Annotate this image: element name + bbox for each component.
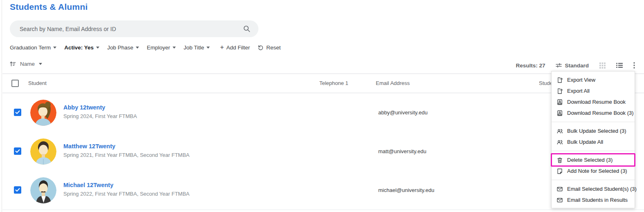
resume-book-icon bbox=[556, 110, 563, 116]
filter-bar: Graduation Term Active: Yes Job Phase Em… bbox=[10, 43, 281, 52]
avatar[interactable] bbox=[30, 177, 56, 203]
table-row: Abby 12twenty Spring 2024, First Year FT… bbox=[2, 93, 644, 132]
menu-item-delete-selected[interactable]: Delete Selected (3) bbox=[552, 154, 635, 165]
menu-item-download-resume-book-selected[interactable]: Download Resume Book (3) bbox=[552, 107, 635, 118]
avatar[interactable] bbox=[30, 100, 56, 126]
results-count: Results: 27 bbox=[516, 62, 545, 69]
filter-label: Employer bbox=[147, 45, 170, 51]
row-checkbox[interactable] bbox=[14, 147, 21, 155]
grid-view-button[interactable] bbox=[599, 62, 606, 69]
menu-item-label: Delete Selected (3) bbox=[567, 157, 613, 163]
chevron-down-icon bbox=[96, 47, 99, 49]
menu-item-label: Add Note for Selected (3) bbox=[567, 168, 627, 174]
table-row: Michael 12Twenty Spring 2022, First Year… bbox=[2, 171, 644, 210]
menu-item-label: Email Students in Results bbox=[567, 197, 628, 203]
chevron-down-icon bbox=[136, 47, 139, 49]
menu-item-label: Export View bbox=[567, 77, 595, 83]
student-email: michael@university.edu bbox=[378, 187, 434, 193]
plus-icon: + bbox=[220, 44, 224, 51]
reset-icon bbox=[258, 45, 264, 51]
page-left-border bbox=[2, 0, 2, 212]
list-view-button[interactable] bbox=[616, 62, 623, 68]
actions-dropdown-menu: Export View Export All Download Resume B… bbox=[551, 71, 635, 208]
trash-icon bbox=[556, 157, 563, 163]
table-header-top-border bbox=[2, 74, 644, 74]
filter-label: Job Phase bbox=[107, 45, 133, 51]
menu-divider bbox=[552, 151, 635, 151]
resume-book-icon bbox=[556, 99, 563, 105]
student-name-link[interactable]: Abby 12twenty bbox=[63, 104, 105, 111]
chevron-down-icon bbox=[39, 63, 42, 65]
search-bar bbox=[10, 20, 258, 37]
mail-icon bbox=[556, 197, 563, 203]
sort-control[interactable]: Name bbox=[10, 61, 42, 67]
more-actions-button[interactable] bbox=[633, 62, 635, 69]
export-icon bbox=[556, 88, 563, 94]
student-name-link[interactable]: Michael 12Twenty bbox=[63, 182, 113, 188]
student-email: abby@university.edu bbox=[378, 109, 428, 116]
avatar[interactable] bbox=[30, 138, 56, 165]
menu-item-add-note-selected[interactable]: Add Note for Selected (3) bbox=[552, 165, 635, 176]
reset-label: Reset bbox=[266, 45, 280, 51]
filter-graduation-term[interactable]: Graduation Term bbox=[10, 45, 56, 51]
table-row: Matthew 12Twenty Spring 2021, First Year… bbox=[2, 132, 644, 171]
filter-label: Graduation Term bbox=[10, 45, 51, 51]
mail-icon bbox=[556, 186, 563, 192]
menu-item-label: Export All bbox=[567, 88, 590, 94]
export-icon bbox=[556, 77, 563, 83]
add-filter-label: Add Filter bbox=[227, 45, 250, 51]
kebab-menu-icon bbox=[633, 62, 635, 69]
sort-icon bbox=[10, 61, 16, 67]
menu-item-label: Bulk Update Selected (3) bbox=[567, 128, 626, 134]
menu-item-export-view[interactable]: Export View bbox=[552, 74, 635, 85]
column-header-telephone: Telephone 1 bbox=[319, 80, 348, 86]
list-view-icon bbox=[616, 62, 623, 68]
chevron-down-icon bbox=[206, 47, 210, 49]
student-subtitle: Spring 2021, First Year FTMBA, Second Ye… bbox=[63, 152, 190, 158]
note-icon bbox=[556, 168, 563, 174]
filter-active[interactable]: Active: Yes bbox=[64, 45, 99, 51]
menu-item-bulk-update-all[interactable]: Bulk Update All bbox=[552, 136, 635, 147]
column-header-student: Student bbox=[28, 80, 47, 86]
matthew-avatar bbox=[30, 138, 56, 165]
student-email: matt@university.edu bbox=[378, 148, 426, 154]
menu-item-download-resume-book[interactable]: Download Resume Book bbox=[552, 96, 635, 107]
filter-employer[interactable]: Employer bbox=[147, 45, 176, 51]
toolbar-right: Results: 27 Standard bbox=[516, 60, 635, 71]
page-title: Students & Alumni bbox=[10, 2, 88, 12]
menu-item-label: Bulk Update All bbox=[567, 139, 603, 145]
menu-item-bulk-update-selected[interactable]: Bulk Update Selected (3) bbox=[552, 125, 635, 136]
results-toolbar: Name Results: 27 Standard bbox=[0, 60, 644, 71]
chevron-down-icon bbox=[173, 47, 176, 49]
people-icon bbox=[556, 128, 563, 134]
menu-divider bbox=[552, 180, 635, 180]
filter-label: Job Title bbox=[184, 45, 204, 51]
filter-job-phase[interactable]: Job Phase bbox=[107, 45, 139, 51]
menu-divider bbox=[552, 122, 635, 122]
menu-item-label: Download Resume Book bbox=[567, 99, 626, 105]
students-alumni-page: Students & Alumni Graduation Term Active… bbox=[0, 0, 644, 212]
view-label: Standard bbox=[565, 62, 589, 69]
filter-job-title[interactable]: Job Title bbox=[184, 45, 210, 51]
row-checkbox[interactable] bbox=[14, 186, 21, 194]
menu-item-label: Email Selected Student(s) (3) bbox=[567, 186, 637, 192]
reset-filters-button[interactable]: Reset bbox=[258, 45, 280, 51]
menu-item-label: Download Resume Book (3) bbox=[567, 110, 634, 116]
abby-avatar bbox=[30, 100, 56, 126]
people-icon bbox=[556, 139, 563, 145]
chevron-down-icon bbox=[53, 47, 56, 49]
column-header-email: Email Address bbox=[376, 80, 410, 86]
select-all-checkbox[interactable] bbox=[11, 80, 19, 87]
add-filter-button[interactable]: + Add Filter bbox=[220, 44, 250, 51]
student-subtitle: Spring 2022, First Year FTMBA, Second Ye… bbox=[63, 191, 190, 197]
menu-item-email-selected[interactable]: Email Selected Student(s) (3) bbox=[552, 183, 635, 194]
search-input[interactable] bbox=[20, 20, 240, 37]
michael-avatar bbox=[30, 177, 56, 203]
student-name-link[interactable]: Matthew 12Twenty bbox=[63, 143, 115, 150]
search-icon[interactable] bbox=[243, 25, 250, 32]
menu-item-email-results[interactable]: Email Students in Results bbox=[552, 194, 635, 205]
view-selector[interactable]: Standard bbox=[556, 62, 589, 69]
menu-item-export-all[interactable]: Export All bbox=[552, 85, 635, 96]
row-checkbox[interactable] bbox=[14, 109, 21, 116]
student-subtitle: Spring 2024, First Year FTMBA bbox=[63, 113, 137, 119]
